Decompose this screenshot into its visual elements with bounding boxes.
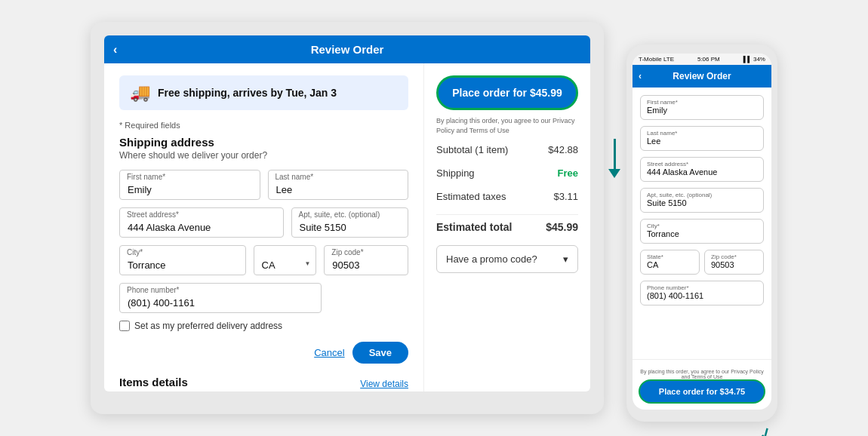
phone-last-name-label: Last name* [647,130,757,137]
street-group: Street address* [119,207,284,238]
preferred-checkbox[interactable] [119,321,130,331]
section-subtitle: Where should we deliver your order? [119,150,408,161]
laptop-right-panel: Place order for $45.99 By placing this o… [424,63,590,391]
phone-apt-value: Suite 5150 [647,198,757,207]
phone-first-name-label: First name* [647,99,757,106]
place-order-button[interactable]: Place order for $45.99 [436,75,578,110]
phone-place-order-button[interactable]: Place order for $34.75 [639,379,765,404]
name-row: First name* Last name* [119,170,408,200]
phone-terms: By placing this order, you agree to our … [639,369,765,379]
back-button[interactable]: ‹ [113,43,117,57]
total-value: $45.99 [546,221,578,233]
promo-code-row[interactable]: Have a promo code? ▾ [436,245,578,273]
state-select-wrapper: CA [254,245,317,275]
arrow-annotation [608,139,620,178]
arrow-head [608,169,620,178]
phone-first-name-group: First name* Emily [640,95,764,120]
phone-body: First name* Emily Last name* Lee Street … [633,88,771,359]
phone-group: Phone number* [119,283,322,313]
phone-row: Phone number* [119,283,408,313]
laptop-frame: ‹ Review Order 🚚 Free shipping, arrives … [91,22,604,414]
phone-device: T-Mobile LTE 5:06 PM ▌▌ 34% ‹ Review Ord… [626,45,777,422]
preferred-label: Set as my preferred delivery address [134,321,282,331]
zip-label: Zip code* [331,248,363,256]
phone-phone-label: Phone number* [647,284,757,291]
first-name-label: First name* [127,173,165,181]
phone-zip-label: Zip code* [711,253,757,260]
apt-group: Apt, suite, etc. (optional) [291,207,408,238]
phone-street-group: Street address* 444 Alaska Avenue [640,157,764,182]
last-name-label: Last name* [275,173,314,181]
laptop-device: ‹ Review Order 🚚 Free shipping, arrives … [91,22,604,414]
phone-street-label: Street address* [647,161,757,167]
phone-street-value: 444 Alaska Avenue [647,167,757,177]
phone-phone-group: Phone number* (801) 400-1161 [640,281,764,306]
laptop-header: ‹ Review Order [104,35,590,63]
shipping-label: Shipping [436,167,475,179]
phone-city-group: City* Torrance [640,219,764,244]
state-select[interactable]: CA [254,245,317,275]
phone-apt-group: Apt, suite, etc. (optional) Suite 5150 [640,188,764,213]
promo-chevron-icon: ▾ [563,253,568,265]
shipping-value: Free [558,167,578,179]
phone-header: ‹ Review Order [633,65,771,88]
taxes-label: Estimated taxes [436,191,506,202]
time-text: 5:06 PM [697,56,720,63]
signal-icon: ▌▌ [743,56,752,63]
items-header: Items details View details [119,376,408,391]
save-button[interactable]: Save [352,342,408,364]
carrier-text: T-Mobile LTE [639,56,674,63]
zip-group: Zip code* [324,245,408,275]
phone-city-value: Torrance [647,229,757,238]
truck-icon: 🚚 [130,83,150,103]
first-name-group: First name* [119,170,260,200]
phone-zip-group: Zip code* 90503 [704,250,764,275]
subtotal-value: $42.88 [548,144,578,155]
shipping-banner: 🚚 Free shipping, arrives by Tue, Jan 3 [119,75,408,110]
required-label: * Required fields [119,121,408,130]
phone-arrow-annotation: ↙ [755,422,775,436]
taxes-row: Estimated taxes $3.11 [436,188,578,205]
phone-wrapper: T-Mobile LTE 5:06 PM ▌▌ 34% ‹ Review Ord… [626,22,777,422]
battery-text: 34% [753,56,765,63]
laptop-screen: ‹ Review Order 🚚 Free shipping, arrives … [104,35,590,391]
phone-first-name-value: Emily [647,106,757,115]
section-title: Shipping address [119,136,408,149]
arrow-line [614,139,616,169]
phone-state-value: CA [647,260,693,269]
taxes-value: $3.11 [553,191,578,202]
total-label: Estimated total [436,221,512,233]
preferred-checkbox-row: Set as my preferred delivery address [119,321,408,331]
phone-last-name-group: Last name* Lee [640,126,764,151]
street-label: Street address* [127,210,179,219]
laptop-left-panel: 🚚 Free shipping, arrives by Tue, Jan 3 *… [104,63,424,391]
form-actions: Cancel Save [119,342,408,364]
view-details-link[interactable]: View details [360,379,408,389]
subtotal-row: Subtotal (1 item) $42.88 [436,141,578,158]
phone-footer: By placing this order, you agree to our … [633,359,771,410]
order-terms: By placing this order, you agree to our … [436,116,578,135]
phone-state-zip-row: State* CA Zip code* 90503 [640,250,764,275]
page-title: Review Order [112,43,583,56]
city-state-zip-row: City* State* CA Zip cod [119,245,408,275]
shipping-text: Free shipping, arrives by Tue, Jan 3 [158,87,337,99]
phone-page-title: Review Order [639,71,765,81]
street-row: Street address* Apt, suite, etc. (option… [119,207,408,238]
phone-state-group: State* CA [640,250,700,275]
last-name-group: Last name* [268,170,409,200]
city-label: City* [127,248,143,256]
total-row: Estimated total $45.99 [436,214,578,236]
phone-zip-value: 90503 [711,260,757,269]
phone-city-label: City* [647,223,757,229]
laptop-body: 🚚 Free shipping, arrives by Tue, Jan 3 *… [104,63,590,391]
phone-screen: T-Mobile LTE 5:06 PM ▌▌ 34% ‹ Review Ord… [633,54,771,410]
apt-label: Apt, suite, etc. (optional) [299,210,380,219]
phone-label: Phone number* [127,286,180,294]
cancel-button[interactable]: Cancel [314,342,344,364]
phone-phone-value: (801) 400-1161 [647,291,757,300]
phone-back-button[interactable]: ‹ [639,71,642,81]
city-group: City* [119,245,246,275]
state-group: State* CA [254,245,317,275]
phone-last-name-value: Lee [647,137,757,146]
phone-apt-label: Apt, suite, etc. (optional) [647,192,757,198]
